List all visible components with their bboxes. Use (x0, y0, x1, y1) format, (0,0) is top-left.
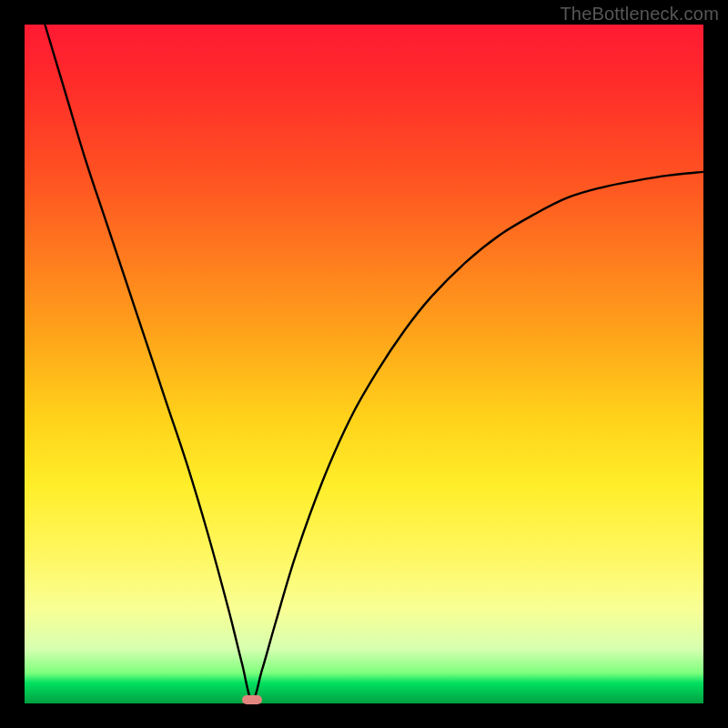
watermark-text: TheBottleneck.com (560, 4, 719, 25)
highlight-marker (242, 695, 262, 704)
chart-frame: TheBottleneck.com (0, 0, 728, 728)
bottleneck-curve (25, 25, 703, 703)
